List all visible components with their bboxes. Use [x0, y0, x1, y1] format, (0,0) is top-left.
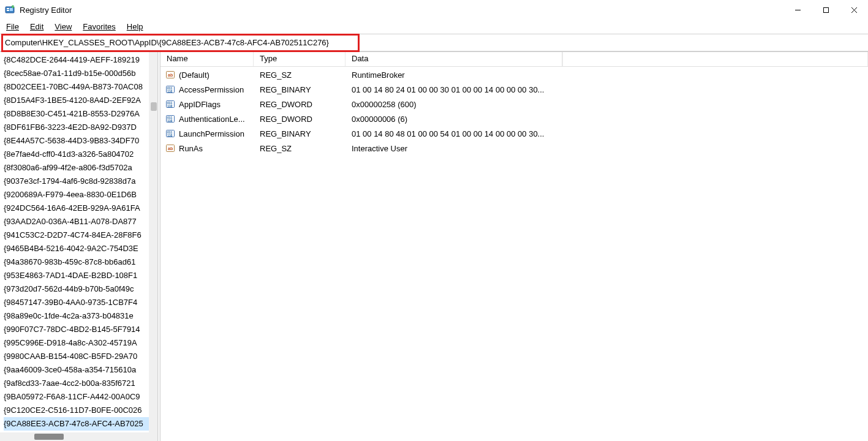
value-row[interactable]: 011110AppIDFlagsREG_DWORD0x00000258 (600…	[160, 97, 868, 111]
tree-vertical-scroll-thumb[interactable]	[151, 102, 157, 111]
values-list[interactable]: ab(Default)REG_SZRuntimeBroker011110Acce…	[160, 67, 868, 441]
svg-text:ab: ab	[168, 146, 173, 151]
reg-string-icon: ab	[164, 143, 176, 153]
tree-horizontal-scroll-thumb[interactable]	[34, 434, 64, 440]
tree-item[interactable]: {924DC564-16A6-42EB-929A-9A61FA	[4, 202, 157, 215]
value-row[interactable]: 011110LaunchPermissionREG_BINARY01 00 14…	[160, 126, 868, 141]
minimize-button[interactable]	[783, 0, 812, 20]
value-data: 0x00000006 (6)	[345, 115, 868, 124]
tree-item[interactable]: {98a89e0c-1fde-4c2a-a373-b04831e	[4, 309, 157, 323]
value-type: REG_BINARY	[254, 85, 345, 94]
reg-binary-icon: 011110	[164, 129, 176, 138]
svg-rect-6	[823, 7, 828, 12]
tree-item[interactable]: {9af8cd33-7aae-4cc2-b00a-835f6721	[4, 377, 157, 390]
value-data: Interactive User	[345, 144, 868, 153]
value-data: RuntimeBroker	[345, 70, 868, 80]
tree-item[interactable]: {9200689A-F979-4eea-8830-0E1D6B	[4, 188, 157, 202]
value-name: AuthenticationLe...	[179, 115, 254, 124]
value-name: (Default)	[179, 70, 254, 80]
value-type: REG_SZ	[254, 70, 345, 80]
svg-rect-2	[7, 10, 9, 11]
reg-binary-icon: 011110	[164, 99, 176, 109]
svg-text:110: 110	[167, 134, 173, 137]
window-controls	[783, 0, 868, 20]
menu-file[interactable]: File	[6, 22, 19, 31]
tree-item[interactable]: {9C120CE2-C516-11D7-B0FE-00C026	[4, 404, 157, 417]
address-bar-container	[0, 34, 868, 51]
tree-item[interactable]: {995C996E-D918-4a8c-A302-45719A	[4, 336, 157, 350]
value-data: 01 00 14 80 48 01 00 00 54 01 00 00 14 0…	[345, 129, 868, 138]
value-row[interactable]: 011110AccessPermissionREG_BINARY01 00 14…	[160, 82, 868, 97]
value-data: 0x00000258 (600)	[345, 100, 868, 109]
tree-item[interactable]: {94a38670-983b-459c-87c8-bb6ad61	[4, 255, 157, 269]
tree-item[interactable]: {8C482DCE-2644-4419-AEFF-189219	[4, 53, 157, 67]
menu-edit[interactable]: Edit	[30, 22, 43, 31]
value-type: REG_BINARY	[254, 129, 345, 138]
address-bar[interactable]	[4, 37, 864, 48]
reg-binary-icon: 011110	[164, 114, 176, 124]
reg-binary-icon: 011110	[164, 85, 176, 94]
svg-rect-3	[10, 8, 13, 11]
value-type: REG_DWORD	[254, 100, 345, 109]
tree-item[interactable]: {93AAD2A0-036A-4B11-A078-DA877	[4, 215, 157, 228]
tree-item[interactable]: {98457147-39B0-4AA0-9735-1CB7F4	[4, 296, 157, 309]
main-split: {8C482DCE-2644-4419-AEFF-189219{8cec58ae…	[0, 51, 868, 441]
column-header-data[interactable]: Data	[345, 52, 562, 66]
window-title: Registry Editor	[20, 6, 72, 15]
svg-text:ab: ab	[168, 73, 173, 77]
column-header-name[interactable]: Name	[160, 52, 254, 66]
title-bar: Registry Editor	[0, 0, 868, 20]
tree-item[interactable]: {8E44A57C-5638-44D3-9B83-34DF70	[4, 134, 157, 148]
menu-view[interactable]: View	[55, 22, 72, 31]
value-name: AppIDFlags	[179, 100, 254, 109]
tree-item[interactable]: {9aa46009-3ce0-458a-a354-715610a	[4, 363, 157, 377]
column-header-spacer	[562, 52, 868, 66]
values-pane: Name Type Data ab(Default)REG_SZRuntimeB…	[160, 52, 868, 441]
tree-pane[interactable]: {8C482DCE-2644-4419-AEFF-189219{8cec58ae…	[0, 52, 158, 441]
tree-item[interactable]: {990F07C7-78DC-4BD2-B145-5F7914	[4, 323, 157, 336]
tree-item[interactable]: {8D02CEE1-70BC-449A-B873-70AC08	[4, 80, 157, 94]
menu-help[interactable]: Help	[127, 22, 143, 31]
svg-rect-1	[7, 8, 9, 9]
tree-vertical-scrollbar[interactable]	[149, 52, 157, 441]
tree-item[interactable]: {8f3080a6-af99-4f2e-a806-f3d5702a	[4, 161, 157, 175]
value-type: REG_SZ	[254, 144, 345, 153]
close-button[interactable]	[840, 0, 868, 20]
value-row[interactable]: 011110AuthenticationLe...REG_DWORD0x0000…	[160, 111, 868, 126]
value-type: REG_DWORD	[254, 115, 345, 124]
value-name: RunAs	[179, 144, 254, 153]
value-row[interactable]: abRunAsREG_SZInteractive User	[160, 141, 868, 156]
tree-item[interactable]: {8D15A4F3-1BE5-4120-8A4D-2EF92A	[4, 94, 157, 107]
tree-horizontal-scrollbar[interactable]	[0, 432, 149, 441]
tree-item[interactable]: {8cec58ae-07a1-11d9-b15e-000d56b	[4, 67, 157, 80]
column-headers: Name Type Data	[160, 52, 868, 67]
tree-item[interactable]: {9037e3cf-1794-4af6-9c8d-92838d7a	[4, 175, 157, 188]
svg-text:110: 110	[167, 104, 173, 108]
svg-text:110: 110	[167, 119, 173, 123]
svg-text:110: 110	[167, 89, 173, 93]
column-header-type[interactable]: Type	[254, 52, 345, 66]
reg-string-icon: ab	[164, 70, 176, 80]
value-data: 01 00 14 80 24 01 00 00 30 01 00 00 14 0…	[345, 85, 868, 94]
tree-item[interactable]: {9BA05972-F6A8-11CF-A442-00A0C9	[4, 390, 157, 404]
tree-item[interactable]: {9980CAAB-B154-408C-B5FD-29A70	[4, 350, 157, 363]
value-name: AccessPermission	[179, 85, 254, 94]
maximize-button[interactable]	[812, 0, 840, 20]
value-name: LaunchPermission	[179, 129, 254, 138]
menu-bar: File Edit View Favorites Help	[0, 20, 868, 34]
tree-item[interactable]: {8e7fae4d-cff0-41d3-a326-5a804702	[4, 148, 157, 161]
tree-item[interactable]: {9465B4B4-5216-4042-9A2C-754D3E	[4, 242, 157, 255]
tree-item[interactable]: {9CA88EE3-ACB7-47c8-AFC4-AB7025	[4, 417, 157, 431]
tree-item[interactable]: {941C53C2-D2D7-4C74-84EA-28F8F6	[4, 228, 157, 242]
tree-item[interactable]: {8DF61FB6-3223-4E2D-8A92-D937D	[4, 121, 157, 134]
value-row[interactable]: ab(Default)REG_SZRuntimeBroker	[160, 67, 868, 82]
tree-item[interactable]: {8D8B8E30-C451-421B-8553-D2976A	[4, 107, 157, 121]
tree-item[interactable]: {953E4863-7AD1-4DAE-B2BD-108F1	[4, 269, 157, 282]
tree-item[interactable]: {973d20d7-562d-44b9-b70b-5a0f49c	[4, 282, 157, 296]
regedit-icon	[5, 5, 15, 15]
menu-favorites[interactable]: Favorites	[83, 22, 115, 31]
